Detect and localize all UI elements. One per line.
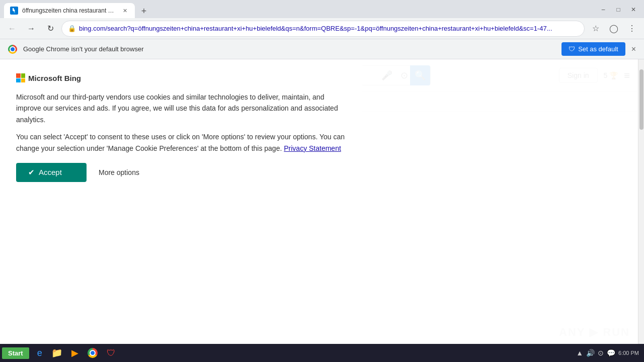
taskbar-folder-button[interactable]: 📁 — [47, 346, 66, 360]
minimize-button[interactable]: – — [597, 3, 610, 16]
address-bar[interactable]: 🔒 bing.com/search?q=öffnungszeiten+china… — [61, 21, 585, 37]
toolbar-right: ☆ ◯ ⋮ — [588, 21, 640, 37]
cookie-actions: ✔ Accept More options — [16, 163, 346, 182]
taskbar-chrome-button[interactable] — [84, 346, 102, 360]
webpage: Microsoft Bing 🎤 ⊙ 🔍 Sign in 5 🏆 — [0, 59, 644, 344]
media-icon: ▶ — [71, 347, 78, 358]
tab-strip: öffnungszeiten china restaurant xi h ✕ + — [4, 3, 597, 18]
network-icon: ▲ — [576, 349, 583, 357]
privacy-statement-link[interactable]: Privacy Statement — [284, 144, 341, 152]
tab-close-button[interactable]: ✕ — [121, 7, 129, 15]
shield-icon: 🛡 — [569, 45, 575, 53]
cookie-bing-logo: Microsoft Bing — [16, 73, 81, 82]
taskbar: Start e 📁 ▶ 🛡 ▲ 🔊 — [0, 344, 644, 362]
cookie-modal-header: Microsoft Bing — [16, 73, 346, 82]
start-label: Start — [8, 349, 23, 357]
close-window-button[interactable]: ✕ — [627, 3, 640, 16]
chrome-logo-small — [8, 45, 17, 54]
maximize-button[interactable]: □ — [612, 3, 625, 16]
tab-title: öffnungszeiten china restaurant xi h — [22, 7, 117, 14]
system-clock: 6:00 PM — [618, 349, 639, 356]
window-controls: – □ ✕ — [597, 3, 640, 16]
network-wifi-icon: ⊙ — [598, 349, 604, 357]
cookie-ms-logo — [16, 73, 25, 82]
taskbar-antivirus-button[interactable]: 🛡 — [103, 346, 120, 360]
cookie-body: Microsoft and our third-party vendors us… — [16, 92, 346, 154]
back-button[interactable]: ← — [4, 21, 20, 37]
cookie-consent-overlay: Microsoft Bing Microsoft and our third-p… — [0, 59, 638, 344]
set-default-button[interactable]: 🛡 Set as default — [561, 42, 625, 56]
folder-icon: 📁 — [51, 347, 62, 358]
browser-tab[interactable]: öffnungszeiten china restaurant xi h ✕ — [4, 3, 135, 18]
ie-icon: e — [37, 348, 42, 358]
taskbar-chrome-icon — [88, 348, 98, 358]
browser-toolbar: ← → ↻ 🔒 bing.com/search?q=öffnungszeiten… — [0, 18, 644, 39]
reload-button[interactable]: ↻ — [42, 21, 58, 37]
bookmark-button[interactable]: ☆ — [588, 21, 604, 37]
menu-button[interactable]: ⋮ — [624, 21, 640, 37]
profile-button[interactable]: ◯ — [606, 21, 622, 37]
checkmark-icon: ✔ — [28, 168, 35, 177]
scrollbar-thumb[interactable] — [639, 69, 643, 130]
accept-button[interactable]: ✔ Accept — [16, 163, 87, 182]
taskbar-right: ▲ 🔊 ⊙ 💬 6:00 PM — [573, 349, 642, 357]
taskbar-ie-button[interactable]: e — [33, 346, 46, 360]
notification-close-button[interactable]: × — [631, 45, 636, 54]
forward-button[interactable]: → — [23, 21, 39, 37]
cookie-paragraph-1: Microsoft and our third-party vendors us… — [16, 92, 346, 125]
notification-bar: Google Chrome isn't your default browser… — [0, 39, 644, 59]
cookie-modal: Microsoft Bing Microsoft and our third-p… — [0, 59, 362, 196]
antivirus-icon: 🛡 — [107, 348, 116, 358]
start-button[interactable]: Start — [2, 347, 29, 359]
cookie-paragraph-2: You can select 'Accept' to consent to th… — [16, 131, 346, 154]
volume-icon: 🔊 — [586, 349, 595, 357]
clock-time: 6:00 PM — [618, 349, 639, 356]
lock-icon: 🔒 — [68, 25, 76, 32]
taskbar-items: e 📁 ▶ 🛡 — [31, 346, 572, 360]
notification-text: Google Chrome isn't your default browser — [23, 45, 555, 53]
more-options-link[interactable]: More options — [99, 168, 139, 176]
cookie-logo-text: Microsoft Bing — [28, 74, 81, 82]
notification-sys-icon: 💬 — [607, 349, 615, 357]
address-text: bing.com/search?q=öffnungszeiten+china+r… — [79, 25, 578, 32]
new-tab-button[interactable]: + — [137, 4, 151, 18]
scrollbar[interactable] — [638, 59, 644, 344]
taskbar-media-button[interactable]: ▶ — [67, 346, 83, 360]
tab-favicon — [10, 7, 18, 15]
webpage-inner: Microsoft Bing 🎤 ⊙ 🔍 Sign in 5 🏆 — [0, 59, 638, 344]
title-bar: öffnungszeiten china restaurant xi h ✕ +… — [0, 0, 644, 18]
